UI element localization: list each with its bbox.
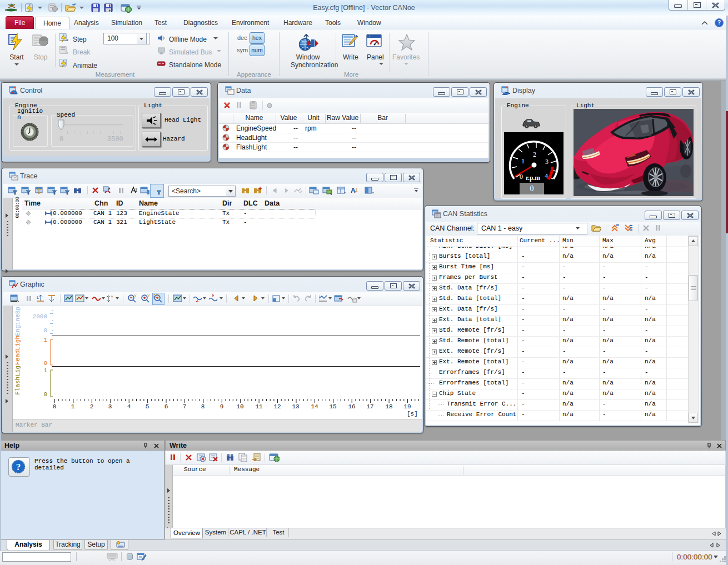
svg-text:?: ?	[16, 462, 21, 472]
svg-text:r.p.m: r.p.m	[526, 174, 540, 182]
svg-text:L: L	[37, 295, 39, 300]
svg-text:CAPL: CAPL	[108, 558, 116, 561]
svg-text:4: 4	[545, 172, 548, 180]
svg-text:2: 2	[533, 151, 536, 158]
svg-text:3: 3	[545, 158, 549, 166]
svg-text:Y: Y	[134, 294, 137, 298]
svg-text:Y: Y	[111, 294, 114, 299]
svg-text:Y: Y	[147, 294, 150, 298]
svg-text:A: A	[351, 187, 356, 194]
svg-text:1: 1	[521, 157, 525, 165]
